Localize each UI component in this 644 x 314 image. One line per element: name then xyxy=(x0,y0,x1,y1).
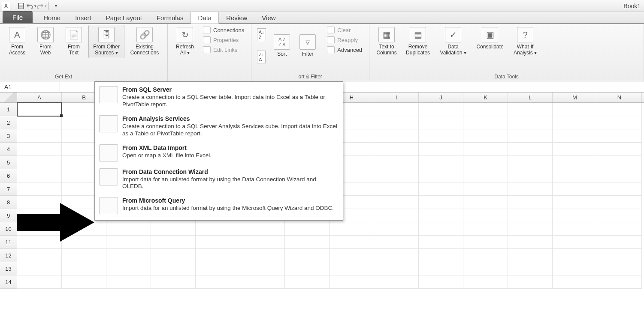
cell[interactable] xyxy=(374,169,419,182)
refresh-all-button[interactable]: ↻ RefreshAll ▾ xyxy=(171,25,199,58)
cell[interactable] xyxy=(463,103,508,116)
cell[interactable] xyxy=(508,249,553,262)
cell[interactable] xyxy=(463,116,508,129)
connections-button[interactable]: Connections xyxy=(201,26,246,34)
tab-formulas[interactable]: Formulas xyxy=(149,12,191,23)
cell[interactable] xyxy=(553,262,597,275)
cell[interactable] xyxy=(17,275,62,289)
data-validation-button[interactable]: ✓ DataValidation ▾ xyxy=(435,25,471,58)
row-header[interactable]: 6 xyxy=(0,169,17,182)
cell[interactable] xyxy=(553,143,597,156)
from-access-button[interactable]: A FromAccess xyxy=(3,25,31,58)
sort-desc-button[interactable]: Z↓A xyxy=(255,47,268,67)
col-header-A[interactable]: A xyxy=(17,93,62,102)
cell[interactable] xyxy=(240,262,285,275)
cell[interactable] xyxy=(463,275,508,289)
undo-button[interactable]: ▾ xyxy=(26,1,36,11)
cell[interactable] xyxy=(374,182,419,196)
filter-button[interactable]: ▿ Filter xyxy=(296,32,319,60)
cell[interactable] xyxy=(240,275,285,289)
row-header[interactable]: 4 xyxy=(0,143,17,156)
cell[interactable] xyxy=(553,182,597,196)
cell[interactable] xyxy=(17,156,62,169)
tab-data[interactable]: Data xyxy=(190,12,219,24)
cell[interactable] xyxy=(553,156,597,169)
row-header[interactable]: 12 xyxy=(0,249,17,262)
cell[interactable] xyxy=(374,129,419,143)
cell[interactable] xyxy=(374,116,419,129)
cell[interactable] xyxy=(196,222,240,236)
col-header-J[interactable]: J xyxy=(419,93,463,102)
col-header-L[interactable]: L xyxy=(508,93,553,102)
cell[interactable] xyxy=(196,249,240,262)
cell[interactable] xyxy=(17,182,62,196)
cell[interactable] xyxy=(151,236,196,249)
cell[interactable] xyxy=(597,249,642,262)
edit-links-button[interactable]: Edit Links xyxy=(201,45,246,54)
cell[interactable] xyxy=(508,236,553,249)
cell[interactable] xyxy=(17,103,62,116)
tab-file[interactable]: File xyxy=(3,11,33,23)
cell[interactable] xyxy=(419,222,463,236)
cell[interactable] xyxy=(463,262,508,275)
cell[interactable] xyxy=(419,103,463,116)
cell[interactable] xyxy=(285,249,330,262)
cell[interactable] xyxy=(374,103,419,116)
cell[interactable] xyxy=(553,103,597,116)
existing-connections-button[interactable]: 🔗 ExistingConnections xyxy=(125,25,164,58)
menu-item-analysis-services[interactable]: From Analysis Services Create a connecti… xyxy=(96,113,342,142)
cell[interactable] xyxy=(151,222,196,236)
row-header[interactable]: 11 xyxy=(0,236,17,249)
cell[interactable] xyxy=(508,169,553,182)
cell[interactable] xyxy=(374,143,419,156)
cell[interactable] xyxy=(330,262,374,275)
cell[interactable] xyxy=(374,275,419,289)
row-header[interactable]: 10 xyxy=(0,222,17,236)
redo-button[interactable]: ▾ xyxy=(36,1,47,11)
cell[interactable] xyxy=(374,249,419,262)
menu-item-xml-import[interactable]: From XML Data Import Open or map a XML f… xyxy=(96,142,342,166)
tab-home[interactable]: Home xyxy=(36,12,68,23)
cell[interactable] xyxy=(597,169,642,182)
cell[interactable] xyxy=(330,222,374,236)
cell[interactable] xyxy=(419,143,463,156)
cell[interactable] xyxy=(419,156,463,169)
cell[interactable] xyxy=(508,143,553,156)
cell[interactable] xyxy=(419,182,463,196)
consolidate-button[interactable]: ▣ Consolidate xyxy=(472,25,508,52)
cell[interactable] xyxy=(597,262,642,275)
cell[interactable] xyxy=(463,196,508,209)
cell[interactable] xyxy=(106,249,151,262)
cell[interactable] xyxy=(419,236,463,249)
cell[interactable] xyxy=(106,222,151,236)
cell[interactable] xyxy=(508,222,553,236)
name-box[interactable]: A1 xyxy=(0,81,60,92)
from-text-button[interactable]: 📄 FromText xyxy=(60,25,88,58)
menu-item-microsoft-query[interactable]: From Microsoft Query Import data for an … xyxy=(96,194,342,218)
cell[interactable] xyxy=(106,236,151,249)
cell[interactable] xyxy=(508,129,553,143)
cell[interactable] xyxy=(374,156,419,169)
cell[interactable] xyxy=(419,169,463,182)
cell[interactable] xyxy=(419,209,463,222)
remove-duplicates-button[interactable]: ▤ RemoveDuplicates xyxy=(401,25,435,58)
cell[interactable] xyxy=(419,262,463,275)
menu-item-sql-server[interactable]: From SQL Server Create a connection to a… xyxy=(96,84,342,113)
cell[interactable] xyxy=(463,222,508,236)
row-header[interactable]: 2 xyxy=(0,116,17,129)
cell[interactable] xyxy=(463,143,508,156)
cell[interactable] xyxy=(419,129,463,143)
sort-button[interactable]: A ZZ A Sort xyxy=(270,32,293,60)
cell[interactable] xyxy=(240,249,285,262)
col-header-M[interactable]: M xyxy=(553,93,597,102)
cell[interactable] xyxy=(285,236,330,249)
cell[interactable] xyxy=(419,116,463,129)
cell[interactable] xyxy=(553,116,597,129)
cell[interactable] xyxy=(463,182,508,196)
cell[interactable] xyxy=(285,262,330,275)
row-header[interactable]: 3 xyxy=(0,129,17,143)
row-header[interactable]: 7 xyxy=(0,182,17,196)
cell[interactable] xyxy=(597,116,642,129)
cell[interactable] xyxy=(17,169,62,182)
cell[interactable] xyxy=(597,129,642,143)
